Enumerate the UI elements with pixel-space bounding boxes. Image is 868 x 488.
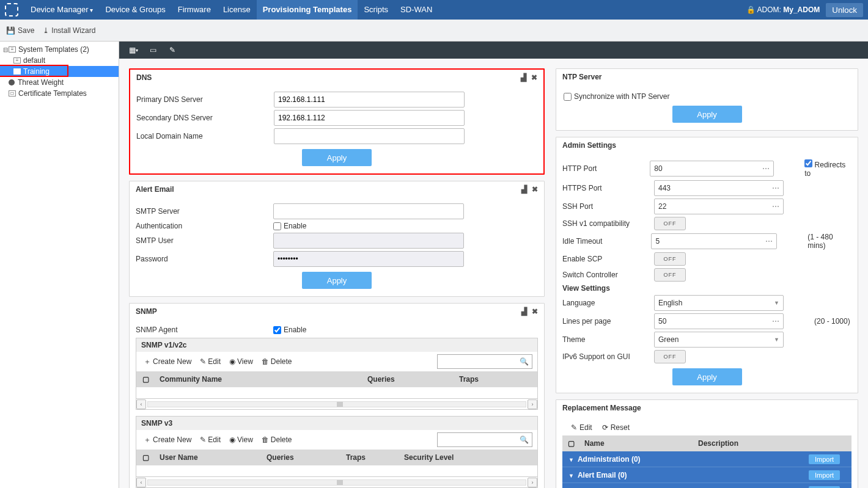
snmp-v12-create-button[interactable]: ＋Create New: [141, 357, 194, 367]
dns-secondary-input[interactable]: [274, 110, 465, 126]
rm-import-button[interactable]: Import: [809, 486, 840, 489]
smtp-server-input[interactable]: [273, 203, 464, 219]
snmp-v3-create-button[interactable]: ＋Create New: [141, 435, 194, 445]
theme-select[interactable]: Green▼: [654, 332, 784, 348]
save-button[interactable]: 💾 Save: [6, 26, 34, 35]
sshv1-toggle[interactable]: OFF: [654, 217, 686, 230]
snmp-v3-edit-button[interactable]: ✎Edit: [197, 435, 223, 444]
rm-table-row[interactable]: ▼Alert Email (0)Import: [562, 467, 851, 483]
snmp-v12-search-input[interactable]: 🔍: [437, 354, 532, 369]
snmp-v3-col-security[interactable]: Security Level: [399, 453, 537, 462]
tree-training[interactable]: ≡ Training: [0, 66, 119, 77]
snmp-card: SNMP ▟ ✖ SNMP Agent Enable: [129, 303, 545, 488]
rm-table-row[interactable]: ▼Authentication (0)Import: [562, 483, 851, 488]
nav-provisioning-templates[interactable]: Provisioning Templates: [257, 0, 358, 20]
smtp-user-label: SMTP User: [136, 236, 273, 245]
ntp-apply-button[interactable]: Apply: [672, 106, 742, 123]
nav-scripts[interactable]: Scripts: [358, 0, 394, 20]
ipv6-label: IPv6 Support on GUI: [562, 352, 654, 361]
snmp-v3-col-traps[interactable]: Traps: [341, 453, 399, 462]
smtp-user-input[interactable]: [273, 233, 464, 249]
scroll-left-icon[interactable]: ‹: [136, 399, 146, 409]
nav-firmware[interactable]: Firmware: [172, 0, 217, 20]
tree-cert-templates-label: Certificate Templates: [18, 89, 87, 98]
snmp-v12-col-queries[interactable]: Queries: [362, 375, 454, 384]
chevron-down-icon: ▼: [568, 473, 574, 479]
lang-select[interactable]: English▼: [654, 295, 784, 311]
rm-edit-button[interactable]: ✎Edit: [571, 423, 592, 432]
trash-icon: 🗑: [262, 435, 269, 444]
snmp-v3-col-user[interactable]: User Name: [155, 453, 262, 462]
chevron-down-icon: ▼: [774, 300, 779, 306]
rm-col-desc[interactable]: Description: [693, 439, 851, 448]
edit-icon[interactable]: ✎: [168, 46, 177, 54]
snmp-v3-delete-button[interactable]: 🗑Delete: [259, 435, 295, 444]
redirect-checkbox[interactable]: [804, 159, 812, 167]
snmp-v12-col-community[interactable]: Community Name: [155, 375, 362, 384]
auth-enable-checkbox[interactable]: [273, 222, 281, 230]
nav-sdwan[interactable]: SD-WAN: [394, 0, 438, 20]
snmp-v12-col-traps[interactable]: Traps: [454, 375, 537, 384]
snmp-v12-view-button[interactable]: ◉View: [227, 357, 256, 366]
tree-threat-weight[interactable]: Threat Weight: [0, 77, 119, 88]
rm-import-button[interactable]: Import: [809, 454, 840, 464]
tree-system-templates[interactable]: ⊟ ≡ System Templates (2): [0, 44, 119, 55]
ntp-sync-checkbox[interactable]: [564, 93, 572, 101]
snmp-v3-col-select[interactable]: ▢: [136, 453, 155, 462]
template-icon: ≡: [13, 57, 21, 64]
close-icon[interactable]: ✖: [532, 185, 538, 194]
nav-device-groups[interactable]: Device & Groups: [99, 0, 171, 20]
ipv6-toggle[interactable]: OFF: [654, 350, 686, 363]
idle-label: Idle Timeout: [562, 237, 651, 246]
unlock-button[interactable]: Unlock: [826, 3, 863, 17]
nav-device-manager[interactable]: Device Manager: [24, 0, 99, 20]
http-port-input[interactable]: 80⋯: [650, 161, 774, 177]
idle-input[interactable]: 5⋯: [651, 233, 777, 249]
tree-default[interactable]: ≡ default: [0, 55, 119, 66]
idle-hint: (1 - 480 mins): [807, 233, 851, 250]
collapse-icon[interactable]: ▟: [521, 73, 526, 82]
rm-reset-button[interactable]: ⟳Reset: [602, 423, 630, 432]
lines-input[interactable]: 50⋯: [654, 313, 784, 329]
card-view-icon[interactable]: ▭: [149, 46, 157, 54]
scroll-left-icon[interactable]: ‹: [136, 478, 146, 487]
alert-email-apply-button[interactable]: Apply: [302, 272, 372, 289]
adom-value[interactable]: My_ADOM: [783, 5, 820, 14]
dns-local-input[interactable]: [274, 128, 465, 144]
snmp-v12-delete-button[interactable]: 🗑Delete: [259, 357, 295, 366]
install-wizard-button[interactable]: ⤓ Install Wizard: [43, 26, 95, 35]
snmp-v3-view-button[interactable]: ◉View: [227, 435, 256, 444]
admin-apply-button[interactable]: Apply: [672, 368, 742, 385]
scp-toggle[interactable]: OFF: [654, 252, 686, 266]
app-logo-icon[interactable]: [5, 3, 18, 16]
grid-view-icon[interactable]: ▦ ▾: [129, 46, 138, 54]
ssh-port-input[interactable]: 22⋯: [654, 198, 784, 214]
collapse-icon[interactable]: ▟: [521, 307, 527, 316]
collapse-icon[interactable]: ▟: [521, 185, 527, 194]
scroll-right-icon[interactable]: ›: [528, 399, 537, 409]
scroll-right-icon[interactable]: ›: [528, 478, 537, 487]
nav-license[interactable]: License: [217, 0, 257, 20]
rm-table-row[interactable]: ▼Administration (0)Import: [562, 451, 851, 467]
rm-col-select[interactable]: ▢: [562, 439, 579, 448]
snmp-v12-col-select[interactable]: ▢: [136, 375, 155, 384]
smtp-pass-input[interactable]: [273, 251, 464, 267]
snmp-v3-col-queries[interactable]: Queries: [262, 453, 341, 462]
dns-primary-input[interactable]: [274, 92, 465, 107]
dns-apply-button[interactable]: Apply: [302, 149, 372, 166]
tree-cert-templates[interactable]: ▭ Certificate Templates: [0, 88, 119, 99]
snmp-v12-edit-button[interactable]: ✎Edit: [197, 357, 223, 366]
rm-col-name[interactable]: Name: [579, 439, 693, 448]
close-icon[interactable]: ✖: [531, 73, 537, 82]
dns-primary-label: Primary DNS Server: [136, 95, 274, 104]
https-port-input[interactable]: 443⋯: [654, 180, 784, 196]
rm-import-button[interactable]: Import: [809, 470, 840, 480]
snmp-v3-search-input[interactable]: 🔍: [437, 432, 532, 447]
lines-label: Lines per page: [562, 317, 654, 326]
snmp-v12-hscroll[interactable]: ‹ ›: [136, 398, 537, 409]
close-icon[interactable]: ✖: [532, 307, 538, 316]
switch-toggle[interactable]: OFF: [654, 268, 686, 282]
collapse-icon[interactable]: ⊟: [2, 46, 9, 53]
snmp-v3-hscroll[interactable]: ‹ ›: [136, 476, 537, 487]
snmp-enable-checkbox[interactable]: [273, 326, 281, 334]
